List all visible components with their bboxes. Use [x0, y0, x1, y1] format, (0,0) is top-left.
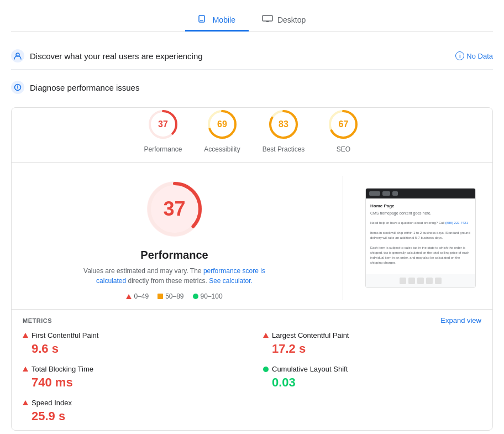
site-preview: Home Page CMS homepage content goes here… [365, 188, 476, 288]
svg-point-8 [17, 88, 18, 90]
perf-divider [343, 176, 343, 300]
metric-si-status-icon [23, 400, 28, 405]
social-icon-2 [408, 278, 415, 284]
metrics-section: METRICS Expand view First Contentful Pai… [12, 309, 492, 430]
gauge-seo: 67 [327, 108, 360, 141]
metrics-grid: First Contentful Paint 9.6 s Largest Con… [23, 331, 481, 423]
social-icon-3 [417, 278, 424, 284]
legend-range-average: 50–89 [165, 292, 183, 300]
legend-range-fail: 0–49 [134, 292, 149, 300]
pass-icon [193, 294, 198, 299]
big-gauge-value: 37 [163, 197, 185, 221]
perf-description: Values are estimated and may vary. The p… [70, 266, 280, 286]
tab-desktop[interactable]: Desktop [249, 9, 319, 32]
desktop-icon [262, 15, 273, 24]
legend-range-pass: 90–100 [201, 292, 223, 300]
perf-right-panel: Home Page CMS homepage content goes here… [360, 176, 481, 300]
metric-cls-label: Cumulative Layout Shift [272, 365, 348, 373]
mobile-icon [198, 15, 208, 24]
metric-lcp-status-icon [263, 333, 269, 338]
gauge-best-practices: 83 [267, 108, 300, 141]
big-gauge: 37 [141, 176, 208, 242]
score-value-performance: 37 [158, 119, 168, 129]
diagnose-row: Diagnose performance issues [11, 74, 493, 101]
metric-cls: Cumulative Layout Shift 0.03 [263, 365, 481, 390]
score-value-seo: 67 [338, 119, 348, 129]
svg-rect-0 [199, 15, 204, 22]
fail-icon [126, 294, 132, 299]
score-cards: 37 Performance 69 Accessibility [12, 108, 492, 163]
preview-heading: Home Page [370, 203, 471, 209]
legend-item-pass: 90–100 [193, 292, 223, 300]
social-icon-5 [435, 278, 442, 284]
metric-tbt-label: Total Blocking Time [32, 365, 93, 373]
preview-topbar-dot2 [382, 191, 390, 196]
metrics-title: METRICS [23, 317, 52, 324]
score-label-seo: SEO [337, 145, 350, 153]
metric-si-label: Speed Index [32, 399, 72, 407]
metric-lcp-value: 17.2 s [263, 342, 481, 356]
info-icon: i [455, 51, 464, 60]
tabs-bar: Mobile Desktop [11, 9, 493, 32]
metric-lcp: Largest Contentful Paint 17.2 s [263, 331, 481, 356]
metric-tbt-header: Total Blocking Time [23, 365, 241, 373]
metric-fcp-value: 9.6 s [23, 342, 241, 356]
metrics-header: METRICS Expand view [23, 316, 481, 325]
metric-cls-header: Cumulative Layout Shift [263, 365, 481, 373]
metric-cls-status-icon [263, 367, 269, 372]
average-icon [158, 294, 163, 299]
real-users-row: Discover what your real users are experi… [11, 43, 493, 70]
perf-left-panel: 37 Performance Values are estimated and … [23, 176, 326, 300]
diagnose-title: Diagnose performance issues [30, 83, 493, 92]
metric-fcp-label: First Contentful Paint [32, 331, 98, 339]
no-data-label: No Data [466, 52, 493, 60]
main-card: 37 Performance 69 Accessibility [11, 107, 493, 431]
preview-body: Home Page CMS homepage content goes here… [366, 198, 475, 274]
metric-fcp: First Contentful Paint 9.6 s [23, 331, 241, 356]
perf-title: Performance [140, 249, 208, 262]
tab-mobile-label: Mobile [213, 15, 235, 24]
metric-tbt-status-icon [23, 367, 28, 372]
real-users-title: Discover what your real users are experi… [30, 51, 450, 61]
score-label-performance: Performance [144, 145, 182, 153]
metric-lcp-label: Largest Contentful Paint [272, 331, 349, 339]
preview-subheading: CMS homepage content goes here. [370, 211, 471, 216]
metric-cls-value: 0.03 [263, 375, 481, 390]
metric-si: Speed Index 25.9 s [23, 399, 241, 423]
social-icon-4 [426, 278, 433, 284]
score-label-best-practices: Best Practices [262, 145, 305, 153]
score-label-accessibility: Accessibility [204, 145, 240, 153]
real-users-icon [11, 49, 24, 62]
expand-view-button[interactable]: Expand view [440, 316, 481, 325]
metric-lcp-header: Largest Contentful Paint [263, 331, 481, 339]
see-calculator-link[interactable]: See calculator. [209, 277, 253, 285]
legend-item-fail: 0–49 [126, 292, 149, 300]
metric-fcp-header: First Contentful Paint [23, 331, 241, 339]
score-value-best-practices: 83 [279, 119, 288, 129]
score-card-performance[interactable]: 37 Performance [144, 108, 182, 153]
social-icon-1 [400, 278, 406, 284]
gauge-accessibility: 69 [206, 108, 239, 141]
performance-detail: 37 Performance Values are estimated and … [12, 163, 492, 309]
tab-mobile[interactable]: Mobile [185, 9, 249, 32]
score-card-accessibility[interactable]: 69 Accessibility [204, 108, 240, 153]
preview-topbar [366, 189, 475, 198]
diagnose-icon [11, 81, 24, 94]
svg-rect-2 [262, 15, 272, 21]
metric-tbt: Total Blocking Time 740 ms [23, 365, 241, 390]
tab-desktop-label: Desktop [277, 15, 306, 24]
score-card-best-practices[interactable]: 83 Best Practices [262, 108, 305, 153]
preview-topbar-dot3 [392, 191, 398, 196]
preview-topbar-dot [369, 191, 380, 196]
legend-row: 0–49 50–89 90–100 [126, 292, 222, 300]
preview-footer [366, 274, 475, 287]
preview-content: Need help or have a question about order… [370, 221, 471, 265]
metric-si-header: Speed Index [23, 399, 241, 407]
gauge-performance: 37 [146, 108, 180, 141]
score-card-seo[interactable]: 67 SEO [327, 108, 360, 153]
legend-item-average: 50–89 [158, 292, 183, 300]
metric-fcp-status-icon [23, 333, 28, 338]
metric-si-value: 25.9 s [23, 409, 241, 423]
metric-tbt-value: 740 ms [23, 375, 241, 390]
no-data-button[interactable]: i No Data [455, 51, 493, 60]
